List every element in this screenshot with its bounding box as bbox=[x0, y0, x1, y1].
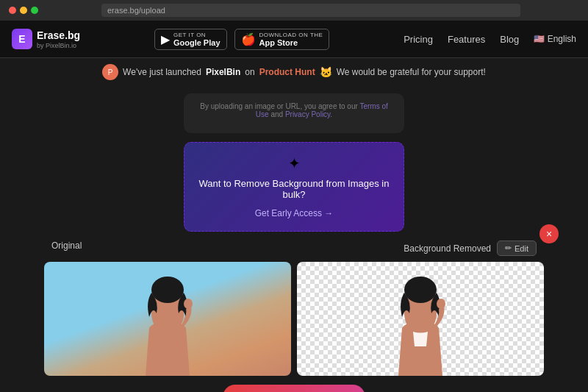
removed-label: Background Removed bbox=[404, 243, 491, 254]
maximize-window-dot[interactable] bbox=[31, 7, 38, 14]
app-store-sub: Download on the bbox=[259, 32, 323, 38]
removed-image bbox=[297, 262, 544, 376]
app-store-badge[interactable]: 🍎 Download on the App Store bbox=[234, 29, 330, 50]
app-store-name: App Store bbox=[259, 38, 323, 47]
ph-text3: We would be grateful for your support! bbox=[337, 67, 486, 77]
window-controls bbox=[9, 7, 38, 14]
logo-sub: by PixelBin.io bbox=[37, 42, 80, 49]
original-image-container bbox=[44, 262, 291, 376]
results-labels: Original Background Removed ✏ Edit bbox=[44, 240, 544, 256]
results-section: Original Background Removed ✏ Edit bbox=[0, 240, 588, 392]
image-comparison bbox=[44, 262, 544, 376]
google-play-sub: GET IT ON bbox=[173, 32, 220, 38]
edit-icon: ✏ bbox=[505, 243, 512, 253]
google-play-text: GET IT ON Google Play bbox=[173, 32, 220, 47]
lang-flag-text: 🇺🇸 English bbox=[534, 34, 576, 44]
bulk-icon-top: ✦ bbox=[196, 154, 392, 172]
google-play-badge[interactable]: ▶ GET IT ON Google Play bbox=[154, 29, 227, 50]
bulk-title-top: Want to Remove Background from Images in… bbox=[196, 178, 392, 200]
upload-terms: By uploading an image or URL, you agree … bbox=[196, 102, 392, 118]
woman-removed-svg bbox=[376, 262, 465, 376]
url-bar[interactable]: erase.bg/upload bbox=[101, 4, 520, 17]
logo[interactable]: E Erase.bg by PixelBin.io bbox=[12, 29, 80, 49]
download-button[interactable]: Download Original Size 👆 bbox=[223, 385, 365, 392]
nav-blog[interactable]: Blog bbox=[500, 34, 519, 45]
top-nav: E Erase.bg by PixelBin.io ▶ GET IT ON Go… bbox=[0, 21, 588, 57]
svg-point-3 bbox=[184, 299, 193, 309]
logo-name: Erase.bg bbox=[37, 29, 80, 41]
bulk-card-top: ✦ Want to Remove Background from Images … bbox=[184, 142, 404, 232]
apple-icon: 🍎 bbox=[241, 32, 256, 46]
woman-original-svg bbox=[123, 262, 212, 376]
main-content: By uploading an image or URL, you agree … bbox=[0, 86, 588, 392]
logo-text-group: Erase.bg by PixelBin.io bbox=[37, 29, 80, 49]
privacy-link[interactable]: Privacy Policy. bbox=[285, 110, 332, 118]
edit-button[interactable]: ✏ Edit bbox=[497, 240, 537, 256]
app-store-text: Download on the App Store bbox=[259, 32, 323, 47]
close-button[interactable]: × bbox=[539, 224, 559, 243]
ph-link[interactable]: Product Hunt bbox=[259, 67, 315, 77]
original-label: Original bbox=[51, 240, 82, 256]
browser-bar: erase.bg/upload bbox=[0, 0, 588, 21]
original-image bbox=[44, 262, 291, 376]
nav-lang[interactable]: 🇺🇸 English bbox=[534, 34, 576, 44]
ph-brand: PixelBin bbox=[206, 67, 240, 77]
google-play-name: Google Play bbox=[173, 38, 220, 47]
minimize-window-dot[interactable] bbox=[20, 7, 27, 14]
store-badges: ▶ GET IT ON Google Play 🍎 Download on th… bbox=[154, 29, 330, 50]
ph-cat-emoji: 🐱 bbox=[320, 66, 332, 78]
close-icon: × bbox=[546, 228, 552, 240]
ph-text2: on bbox=[245, 67, 254, 77]
upload-section: By uploading an image or URL, you agree … bbox=[184, 93, 404, 133]
download-section: Download Original Size 👆 bbox=[44, 385, 544, 392]
url-text: erase.bg/upload bbox=[107, 6, 165, 15]
ph-text1: We've just launched bbox=[123, 67, 201, 77]
edit-label: Edit bbox=[514, 244, 528, 253]
removed-image-container bbox=[297, 262, 544, 376]
logo-icon: E bbox=[12, 29, 32, 49]
svg-point-2 bbox=[151, 277, 184, 303]
svg-point-6 bbox=[404, 277, 437, 303]
nav-features[interactable]: Features bbox=[448, 34, 485, 45]
svg-point-7 bbox=[437, 299, 445, 309]
nav-pricing[interactable]: Pricing bbox=[404, 34, 433, 45]
ph-avatar: P bbox=[102, 64, 118, 80]
nav-links: Pricing Features Blog 🇺🇸 English bbox=[404, 34, 576, 45]
ph-banner: P We've just launched PixelBin on Produc… bbox=[0, 57, 588, 86]
bulk-cta-top[interactable]: Get Early Access → bbox=[255, 208, 334, 218]
google-play-icon: ▶ bbox=[161, 32, 170, 46]
close-window-dot[interactable] bbox=[9, 7, 16, 14]
